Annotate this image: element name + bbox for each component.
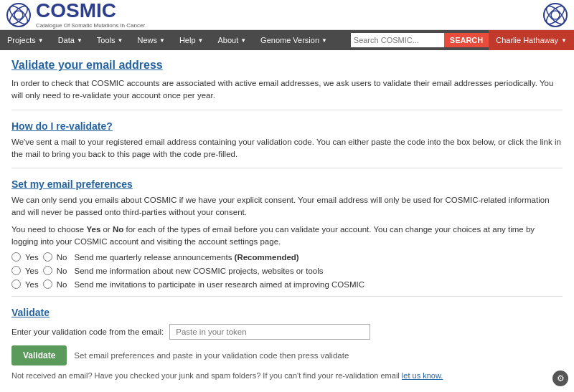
divider-3	[11, 296, 563, 297]
divider-1	[11, 110, 563, 110]
svg-point-5	[551, 11, 560, 19]
nav-data-arrow: ▼	[77, 37, 83, 44]
validate-title: Validate	[11, 307, 563, 318]
gear-corner: ⚙	[552, 371, 568, 386]
nav-projects-arrow: ▼	[38, 37, 44, 44]
main-nav: Projects ▼ Data ▼ Tools ▼ News ▼ Help ▼ …	[0, 30, 574, 50]
radio-3-yes[interactable]	[11, 279, 21, 289]
radio-group-3: Yes No Send me invitations to participat…	[11, 279, 563, 289]
nav-about-arrow: ▼	[240, 37, 246, 44]
logo-area: COSMIC Catalogue Of Somatic Mutations In…	[6, 1, 542, 29]
search-input[interactable]	[351, 33, 444, 47]
radio-1-yes-label[interactable]: Yes	[25, 253, 39, 262]
section2-text2: You need to choose Yes or No for each of…	[11, 224, 563, 249]
nav-tools-arrow: ▼	[118, 37, 123, 44]
nav-about[interactable]: About ▼	[210, 30, 253, 50]
validate-button[interactable]: Validate	[11, 345, 67, 365]
nav-search-area: SEARCH	[334, 30, 489, 50]
radio-1-no[interactable]	[43, 252, 52, 262]
header-right-icon	[542, 2, 568, 28]
nav-genome-version[interactable]: Genome Version ▼	[253, 30, 334, 50]
nav-news-arrow: ▼	[159, 37, 165, 44]
validate-input-row: Enter your validation code from the emai…	[11, 324, 563, 340]
radio-2-desc: Send me information about new COSMIC pro…	[74, 267, 323, 275]
radio-1-emphasis: (Recommended)	[235, 253, 299, 262]
validate-note-link[interactable]: let us know.	[402, 371, 443, 380]
nav-projects[interactable]: Projects ▼	[0, 30, 51, 50]
radio-2-no-label[interactable]: No	[57, 267, 67, 275]
nav-data[interactable]: Data ▼	[51, 30, 90, 50]
nav-genome-arrow: ▼	[321, 37, 327, 44]
radio-2-yes-label[interactable]: Yes	[25, 267, 39, 275]
main-content: Validate your email address In order to …	[0, 50, 574, 388]
radio-1-desc: Send me quarterly release announcements …	[74, 253, 298, 262]
radio-3-desc: Send me invitations to participate in us…	[74, 280, 364, 289]
cosmic-logo-icon	[6, 2, 32, 28]
radio-3-no-label[interactable]: No	[57, 280, 67, 289]
section1-title: How do I re-validate?	[11, 120, 563, 132]
radio-2-no[interactable]	[43, 266, 52, 275]
section2-text1: We can only send you emails about COSMIC…	[11, 194, 563, 219]
svg-point-1	[14, 11, 23, 19]
validate-label: Enter your validation code from the emai…	[11, 328, 164, 336]
nav-help[interactable]: Help ▼	[172, 30, 211, 50]
validate-section: Validate Enter your validation code from…	[11, 307, 563, 380]
section2-title: Set my email preferences	[11, 178, 563, 190]
intro-text: In order to check that COSMIC accounts a…	[11, 77, 563, 102]
nav-user[interactable]: Charlie Hathaway ▼	[489, 30, 574, 50]
radio-group-1: Yes No Send me quarterly release announc…	[11, 252, 563, 262]
radio-group-2: Yes No Send me information about new COS…	[11, 266, 563, 275]
nav-tools[interactable]: Tools ▼	[90, 30, 131, 50]
logo-text-block: COSMIC Catalogue Of Somatic Mutations In…	[36, 1, 145, 29]
radio-2-yes[interactable]	[11, 266, 21, 275]
radio-1-yes[interactable]	[11, 252, 21, 262]
token-input[interactable]	[169, 324, 370, 340]
nav-help-arrow: ▼	[198, 37, 204, 44]
page-title: Validate your email address	[11, 59, 563, 72]
nav-user-arrow: ▼	[561, 37, 567, 44]
validate-inline-text: Set email preferences and paste in your …	[74, 351, 349, 360]
validate-note: Not received an email? Have you checked …	[11, 371, 563, 380]
section1-text: We've sent a mail to your registered ema…	[11, 136, 563, 161]
search-button[interactable]: SEARCH	[444, 33, 489, 47]
radio-3-yes-label[interactable]: Yes	[25, 280, 39, 289]
gear-button[interactable]: ⚙	[552, 371, 568, 386]
nav-news[interactable]: News ▼	[130, 30, 171, 50]
header: COSMIC Catalogue Of Somatic Mutations In…	[0, 0, 574, 30]
logo-title: COSMIC	[36, 1, 145, 21]
radio-1-no-label[interactable]: No	[57, 253, 67, 262]
validate-note-text: Not received an email? Have you checked …	[11, 371, 400, 380]
user-name: Charlie Hathaway	[496, 36, 558, 44]
logo-subtitle: Catalogue Of Somatic Mutations In Cancer	[36, 22, 145, 29]
radio-3-no[interactable]	[43, 279, 52, 289]
divider-2	[11, 168, 563, 168]
